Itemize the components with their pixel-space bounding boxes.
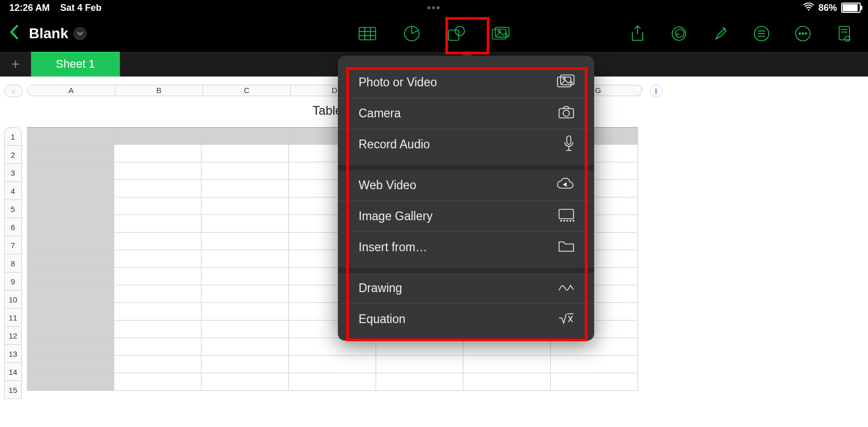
row-headers[interactable]: 123456789101112131415 bbox=[4, 127, 22, 399]
row-header[interactable]: 1 bbox=[4, 127, 22, 146]
cell[interactable] bbox=[202, 215, 289, 233]
cell[interactable] bbox=[27, 145, 114, 162]
cell[interactable] bbox=[114, 373, 202, 391]
column-overflow-handle[interactable]: ǁ bbox=[650, 85, 662, 97]
more-icon[interactable] bbox=[794, 24, 812, 43]
cell[interactable] bbox=[27, 268, 114, 285]
cell[interactable] bbox=[202, 180, 289, 197]
cell[interactable] bbox=[114, 285, 202, 303]
cell[interactable] bbox=[202, 285, 289, 303]
cell[interactable] bbox=[27, 321, 114, 338]
row-header[interactable]: 4 bbox=[4, 182, 22, 200]
cell[interactable] bbox=[27, 215, 114, 233]
cell[interactable] bbox=[114, 127, 202, 145]
row-header[interactable]: 7 bbox=[4, 236, 22, 254]
cell[interactable] bbox=[289, 356, 376, 373]
cell[interactable] bbox=[27, 356, 114, 373]
cell[interactable] bbox=[551, 356, 638, 373]
list-menu-icon[interactable] bbox=[752, 24, 771, 43]
row-header[interactable]: 14 bbox=[4, 363, 22, 381]
cell[interactable] bbox=[114, 215, 202, 233]
document-title: Blank bbox=[29, 25, 68, 42]
cell[interactable] bbox=[27, 233, 114, 250]
svg-point-0 bbox=[808, 9, 809, 10]
cell[interactable] bbox=[202, 197, 289, 215]
cell[interactable] bbox=[202, 162, 289, 180]
status-bar: 12:26 AM Sat 4 Feb ••• 86% bbox=[0, 0, 868, 16]
cell[interactable] bbox=[27, 180, 114, 197]
row-header[interactable]: 10 bbox=[4, 291, 22, 309]
cell[interactable] bbox=[114, 356, 202, 373]
column-header[interactable]: C bbox=[203, 85, 291, 96]
cell[interactable] bbox=[202, 303, 289, 321]
cell[interactable] bbox=[27, 338, 114, 356]
cell[interactable] bbox=[27, 127, 114, 145]
row-header[interactable]: 9 bbox=[4, 272, 22, 291]
cell[interactable] bbox=[114, 268, 202, 285]
row-header[interactable]: 15 bbox=[4, 381, 22, 399]
add-sheet-button[interactable]: + bbox=[0, 52, 31, 77]
document-title-button[interactable]: Blank bbox=[29, 25, 87, 42]
cell[interactable] bbox=[202, 373, 289, 391]
battery-icon bbox=[841, 3, 861, 13]
insert-media-icon[interactable] bbox=[491, 24, 510, 43]
cell[interactable] bbox=[114, 233, 202, 250]
sheet-tab-1[interactable]: Sheet 1 bbox=[31, 52, 120, 77]
cell[interactable] bbox=[376, 356, 463, 373]
cell[interactable] bbox=[27, 162, 114, 180]
cell[interactable] bbox=[114, 303, 202, 321]
column-header[interactable]: B bbox=[115, 85, 203, 96]
cell[interactable] bbox=[289, 373, 376, 391]
cell[interactable] bbox=[202, 338, 289, 356]
row-header[interactable]: 6 bbox=[4, 218, 22, 236]
cell[interactable] bbox=[202, 127, 289, 145]
row-header[interactable]: 3 bbox=[4, 164, 22, 182]
insert-chart-icon[interactable] bbox=[402, 24, 421, 43]
insert-table-icon[interactable] bbox=[358, 24, 377, 43]
row-header[interactable]: 2 bbox=[4, 146, 22, 164]
svg-rect-10 bbox=[495, 27, 509, 37]
cell[interactable] bbox=[114, 338, 202, 356]
svg-rect-1 bbox=[359, 27, 376, 40]
cell[interactable] bbox=[114, 321, 202, 338]
cell[interactable] bbox=[202, 233, 289, 250]
cell[interactable] bbox=[114, 197, 202, 215]
cell[interactable] bbox=[114, 145, 202, 162]
status-time: 12:26 AM bbox=[9, 3, 50, 13]
share-icon[interactable] bbox=[628, 24, 647, 43]
cell[interactable] bbox=[114, 250, 202, 268]
select-all-handle[interactable]: ○ bbox=[4, 85, 23, 97]
cell[interactable] bbox=[463, 356, 551, 373]
top-toolbar: Blank bbox=[0, 16, 868, 52]
row-header[interactable]: 12 bbox=[4, 327, 22, 345]
status-date: Sat 4 Feb bbox=[60, 3, 101, 13]
cell[interactable] bbox=[27, 197, 114, 215]
svg-point-19 bbox=[802, 33, 804, 35]
cell[interactable] bbox=[27, 303, 114, 321]
cell[interactable] bbox=[202, 356, 289, 373]
cell[interactable] bbox=[27, 285, 114, 303]
cell[interactable] bbox=[551, 373, 638, 391]
multitask-dots[interactable]: ••• bbox=[427, 2, 441, 14]
cell[interactable] bbox=[202, 268, 289, 285]
row-header[interactable]: 8 bbox=[4, 254, 22, 272]
row-header[interactable]: 11 bbox=[4, 309, 22, 327]
cell[interactable] bbox=[376, 373, 463, 391]
column-header[interactable]: A bbox=[27, 85, 115, 96]
format-brush-icon[interactable] bbox=[711, 24, 730, 43]
back-button[interactable] bbox=[0, 24, 29, 43]
cell[interactable] bbox=[114, 180, 202, 197]
cell[interactable] bbox=[202, 250, 289, 268]
undo-icon[interactable] bbox=[670, 24, 688, 43]
wifi-icon bbox=[803, 3, 814, 13]
row-header[interactable]: 13 bbox=[4, 345, 22, 363]
svg-point-11 bbox=[498, 30, 500, 32]
row-header[interactable]: 5 bbox=[4, 200, 22, 218]
cell[interactable] bbox=[202, 321, 289, 338]
cell[interactable] bbox=[202, 145, 289, 162]
cell[interactable] bbox=[27, 373, 114, 391]
cell[interactable] bbox=[27, 250, 114, 268]
document-view-icon[interactable] bbox=[835, 24, 854, 43]
cell[interactable] bbox=[463, 373, 551, 391]
cell[interactable] bbox=[114, 162, 202, 180]
